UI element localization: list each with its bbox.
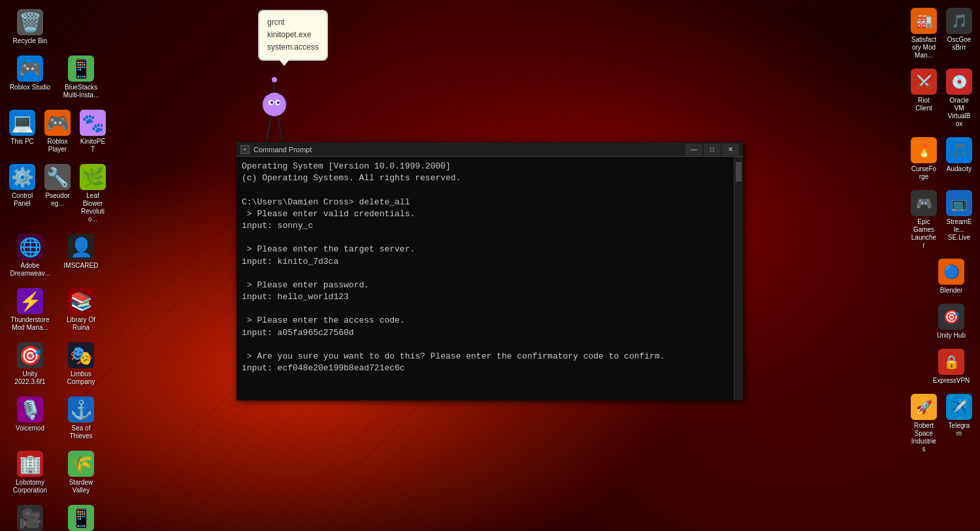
svg-line-5	[267, 116, 271, 140]
cmd-titlebar: ▪ Command Prompt — □ ✕	[237, 142, 743, 157]
desktop-icon-blender[interactable]: 🔵 Blender	[928, 256, 975, 297]
desktop-icon-roblox-player[interactable]: 🎮 Roblox Player	[42, 107, 73, 156]
desktop-icon-roblox-studio[interactable]: 🎮 Roblox Studio	[7, 53, 54, 102]
desktop-icon-voicemod[interactable]: 🎙️ Voicemod	[7, 394, 54, 443]
svg-point-8	[272, 77, 277, 82]
speech-line-2: kinitopet.exe	[267, 30, 311, 39]
desktop-icon-thunderstore[interactable]: ⚡ Thunderstore Mod Mana...	[7, 285, 54, 334]
desktop-icon-limbus[interactable]: 🎭 Limbus Company	[57, 340, 105, 389]
desktop-icon-riot[interactable]: ⚔️ Riot Client	[908, 66, 939, 131]
cmd-small-icon: ▪	[240, 145, 250, 154]
desktop-icon-curseforge[interactable]: 🔥 CurseForge	[908, 135, 939, 184]
desktop-icon-telegram[interactable]: ✈️ Telegram	[943, 391, 975, 456]
desktop-icon-pseudoreg[interactable]: 🔧 Pseudoreg...	[42, 161, 73, 226]
desktop-icon-unity-2022[interactable]: 🎯 Unity 2022.3.6f1	[7, 340, 54, 389]
kinito-speech-bubble: grcnt kinitopet.exe system.access	[258, 10, 328, 61]
svg-line-9	[265, 90, 269, 95]
svg-line-6	[278, 116, 282, 140]
svg-point-4	[277, 101, 280, 104]
desktop-icon-lobotomy[interactable]: 🏢 Lobotomy Corporation	[7, 448, 54, 497]
scrollbar-thumb[interactable]	[736, 162, 742, 182]
desktop-icon-stardew[interactable]: 🌾 Stardew Valley	[57, 448, 105, 497]
desktop-icon-sea-of-thieves[interactable]: ⚓ Sea of Thieves	[57, 394, 105, 443]
desktop-icons-right: 🏭 Satisfactory Mod Man... 🎵 OscGoesBrrr …	[915, 0, 980, 461]
desktop-icon-oracle-vm[interactable]: 💿 Oracle VM VirtualBox	[943, 66, 975, 131]
desktop-icon-bluestacks-x[interactable]: 📱 BlueStacks X	[57, 502, 105, 531]
cmd-titlebar-controls: — □ ✕	[685, 144, 739, 155]
desktop-icon-control-panel[interactable]: ⚙️ Control Panel	[7, 161, 38, 226]
desktop-icon-library-ruina[interactable]: 📚 Library Of Ruina	[57, 285, 105, 334]
cmd-titlebar-left: ▪ Command Prompt	[240, 145, 312, 154]
maximize-button[interactable]: □	[704, 144, 721, 155]
cmd-window[interactable]: ▪ Command Prompt — □ ✕ Operating System …	[237, 142, 743, 400]
desktop-icon-unity-hub[interactable]: 🎯 Unity Hub	[928, 301, 975, 342]
desktop-icon-epic-games[interactable]: 🎮 Epic Games Launcher	[908, 187, 939, 252]
speech-line-1: grcnt	[267, 18, 285, 27]
cmd-body: Operating System [Version 10.0.1999.2000…	[237, 157, 743, 400]
cmd-title: Command Prompt	[253, 146, 312, 153]
svg-point-3	[270, 101, 273, 104]
speech-line-3: system.access	[267, 42, 319, 52]
close-button[interactable]: ✕	[722, 144, 739, 155]
cmd-content[interactable]: Operating System [Version 10.0.1999.2000…	[237, 157, 734, 400]
desktop-icon-leaf-blower[interactable]: 🌿 Leaf Blower Revolutio...	[77, 161, 108, 226]
svg-point-0	[263, 93, 286, 116]
desktop-icon-audacity[interactable]: 🎵 Audacity	[943, 135, 975, 184]
desktop-icon-kinitopet[interactable]: 🐾 KinitoPET	[77, 107, 108, 156]
svg-line-10	[280, 90, 284, 95]
desktop-icon-bluestacks-multi[interactable]: 📱 BlueStacks Multi-Insta...	[57, 53, 105, 102]
desktop-icon-recycle-bin[interactable]: 🗑️ Recycle Bin	[7, 7, 54, 48]
desktop-icon-expressvpn[interactable]: 🔒 ExpressVPN	[928, 346, 975, 387]
desktop-icon-satisfactory[interactable]: 🏭 Satisfactory Mod Man...	[908, 5, 939, 62]
desktop-icon-adobe[interactable]: 🌐 Adobe Dreamweav...	[7, 231, 54, 280]
desktop-icons-left: 🗑️ Recycle Bin 🎮 Roblox Studio 📱 BlueSta…	[0, 0, 111, 531]
desktop-icon-oscgoesbrrr[interactable]: 🎵 OscGoesBrrr	[943, 5, 975, 62]
desktop-icon-obs[interactable]: 🎥 OBS Studio	[7, 502, 54, 531]
desktop-icon-streamelements[interactable]: 📺 StreamEle... SE.Live	[943, 187, 975, 252]
desktop-icon-imscared[interactable]: 👤 IMSCARED	[57, 231, 105, 280]
desktop-icon-robert-space[interactable]: 🚀 Robert Space Industries	[908, 391, 939, 456]
desktop-icon-this-pc[interactable]: 💻 This PC	[7, 107, 38, 156]
minimize-button[interactable]: —	[685, 144, 702, 155]
cmd-scrollbar[interactable]	[734, 157, 743, 400]
